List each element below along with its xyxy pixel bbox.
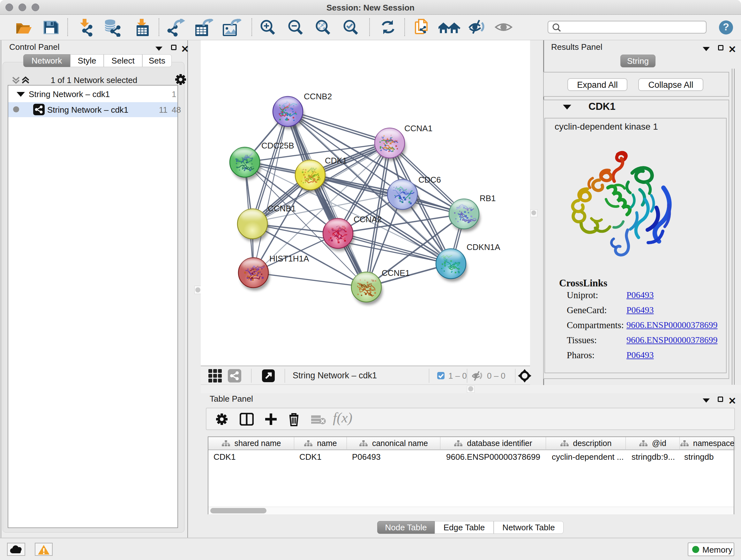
svg-text:CCNB2: CCNB2 (304, 91, 332, 101)
svg-text:CDC25B: CDC25B (261, 141, 294, 150)
svg-text:CCNB1: CCNB1 (268, 204, 296, 213)
svg-text:CDC6: CDC6 (418, 175, 441, 185)
svg-text:CCNE1: CCNE1 (382, 268, 410, 278)
svg-text:CDKN1A: CDKN1A (467, 242, 500, 252)
svg-text:HIST1H1A: HIST1H1A (269, 254, 309, 263)
svg-text:CCNA2: CCNA2 (354, 214, 382, 224)
svg-text:CDK1: CDK1 (325, 156, 347, 165)
svg-text:RB1: RB1 (480, 193, 496, 203)
svg-text:CCNA1: CCNA1 (404, 124, 432, 133)
